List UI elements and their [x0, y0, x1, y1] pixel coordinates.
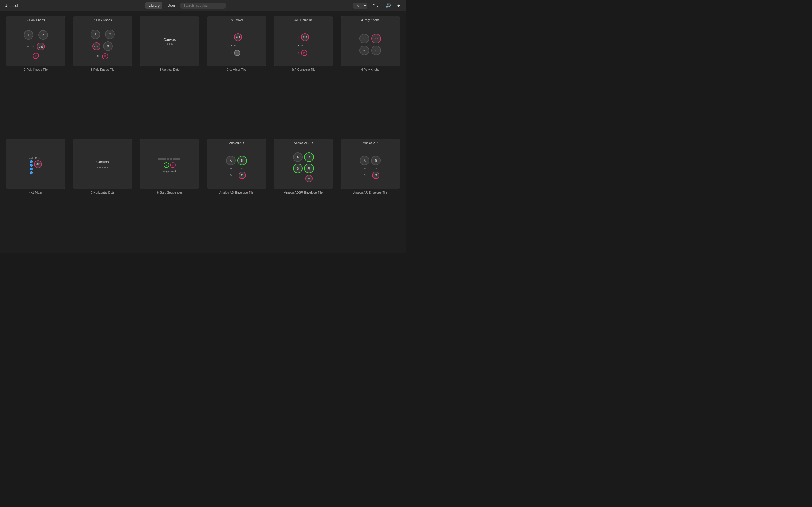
module-cell-3x1-mixer[interactable]: 3x1 Mixer › out › M › › 3x1	[203, 13, 270, 136]
module-label-adsr: Analog ADSR Envelope Tile	[284, 191, 322, 194]
titlebar: Untitled Library User All ⌃⌄ 🔊 +	[0, 0, 406, 11]
4x1-content: 4x1 Mixed Out	[29, 157, 42, 174]
4pk-grid: ⊙ out ⊙ ⊙	[359, 34, 381, 55]
module-tile-3-poly-knobs: 3 Poly Knobs 1 2 out 3 M P	[73, 16, 132, 66]
dot-1	[167, 43, 168, 45]
module-tile-3xp-combine: 3xP Combine › out › M › P	[274, 16, 333, 66]
adsr-s: S	[293, 164, 303, 173]
module-tile-analog-adsr: Analog ADSR A D S R G M	[274, 138, 333, 189]
mixer-rows-3x1: › out › M › ›	[231, 33, 242, 57]
m-label: M	[27, 45, 29, 48]
module-label-4x1: 4x1 Mixer	[29, 191, 43, 194]
module-tile-4-poly-knobs: 4 Poly Knobs ⊙ out ⊙ ⊙	[341, 16, 400, 66]
ad-d-knob: D	[238, 156, 247, 165]
tile-title-ad: Analog AD	[207, 141, 266, 145]
titlebar-right: All ⌃⌄ 🔊 +	[353, 2, 402, 9]
dot-3	[171, 43, 172, 45]
adsr-r: R	[304, 164, 314, 173]
module-label-8step: 8-Step Sequencer	[157, 191, 182, 194]
ad-grid: A D M M G M	[226, 156, 247, 179]
search-input[interactable]	[181, 3, 225, 9]
poly-p-row: P	[33, 53, 39, 59]
canvas-dots	[167, 43, 172, 45]
module-tile-3-vert-dots: Canvas	[140, 16, 199, 66]
module-cell-analog-ar[interactable]: Analog AR A R M M G M Analog AR Envelope…	[337, 136, 404, 253]
out-knob-3pk: out	[93, 42, 100, 50]
mixer-out-4x1: Out	[34, 160, 42, 168]
tile-title-4pk: 4 Poly Knobs	[341, 18, 400, 22]
chevron-icon[interactable]: ⌃⌄	[370, 2, 381, 9]
tab-library[interactable]: Library	[146, 2, 162, 9]
module-cell-4x1-mixer[interactable]: 4x1 Mixed Out 4x1 Mixer	[2, 136, 69, 253]
combine-rows: › out › M › P	[298, 33, 309, 57]
k4p-out: out	[371, 34, 381, 43]
module-label-4pk: 4 Poly Knobs	[361, 68, 379, 71]
knob-3pk-3: 3	[103, 41, 113, 51]
module-cell-5-horiz-dots[interactable]: Canvas 5 Horizontal Dots	[69, 136, 136, 253]
module-label-ar: Analog AR Envelope Tile	[353, 191, 388, 194]
module-tile-3x1-mixer: 3x1 Mixer › out › M › ›	[207, 16, 266, 66]
k4p-1: ⊙	[359, 34, 369, 43]
out-knob: out	[37, 43, 45, 50]
ad-a-knob: A	[226, 156, 236, 165]
module-label-3pk: 3 Poly Knobs Tile	[91, 68, 114, 71]
adsr-m: M	[305, 175, 313, 182]
filter-select[interactable]: All	[353, 3, 367, 9]
canvas-text: Canvas	[163, 38, 175, 42]
tile-title-3x1: 3x1 Mixer	[207, 18, 266, 22]
tile-title-2pk: 2 Poly Knobs	[6, 18, 65, 22]
module-tile-2-poly-knobs: 2 Poly Knobs 1 2 M ··· out P	[6, 16, 65, 66]
tile-title-3pk: 3 Poly Knobs	[73, 18, 132, 22]
tab-user[interactable]: User	[165, 2, 178, 9]
module-cell-3-poly-knobs[interactable]: 3 Poly Knobs 1 2 out 3 M P 3 Poly Knobs …	[69, 13, 136, 136]
knob-3pk-1: 1	[91, 30, 100, 39]
dot-2	[169, 43, 170, 45]
ar-r: R	[371, 156, 380, 165]
module-label-ad: Analog AD Envelope Tile	[219, 191, 253, 194]
module-cell-8-step-seq[interactable]: ≈ ○ Begin End 8-Step Sequencer	[136, 136, 203, 253]
ad-m-knob: M	[239, 172, 246, 179]
k4p-2: ⊙	[359, 46, 369, 55]
canvas-text-5hd: Canvas	[96, 160, 109, 164]
knob-3pk-2: 2	[105, 30, 115, 39]
module-tile-analog-ad: Analog AD A D M M G M	[207, 138, 266, 189]
module-cell-3xp-combine[interactable]: 3xP Combine › out › M › P 3x	[270, 13, 337, 136]
module-tile-analog-ar: Analog AR A R M M G M	[341, 138, 400, 189]
poly-p-3xp: P	[301, 50, 307, 56]
out-knob-3x1: out	[234, 33, 242, 41]
knob-2: 2	[38, 30, 48, 40]
module-tile-4x1-mixer: 4x1 Mixed Out	[6, 138, 65, 189]
ar-grid: A R M M G M	[360, 156, 380, 179]
k4p-3: ⊙	[371, 46, 381, 55]
5hd-dots	[97, 167, 108, 168]
io-row-3pk: out 3	[93, 41, 113, 51]
adsr-grid: A D S R G M	[293, 152, 314, 182]
module-cell-analog-ad[interactable]: Analog AD A D M M G M Analog AD Envelope…	[203, 136, 270, 253]
titlebar-center: Library User	[146, 2, 225, 9]
module-cell-4-poly-knobs[interactable]: 4 Poly Knobs ⊙ out ⊙ ⊙ 4 Poly Knobs	[337, 13, 404, 136]
io-row2-3pk: M P	[97, 53, 108, 59]
ar-a: A	[360, 156, 369, 165]
module-cell-3-vert-dots[interactable]: Canvas 3 Vertical Dots	[136, 13, 203, 136]
module-label-3x1: 3x1 Mixer Tile	[227, 68, 246, 71]
module-tile-8-step-seq: ≈ ○ Begin End	[140, 138, 199, 189]
module-label-3xp: 3xP Combine Tile	[291, 68, 315, 71]
io-row-2pk: M ··· out	[27, 43, 45, 50]
out-knob-3xp: out	[301, 33, 309, 41]
tile-title-adsr: Analog ADSR	[274, 141, 333, 145]
module-label-2pk: 2 Poly Knobs Tile	[24, 68, 48, 71]
port-dot-3x1: ›	[234, 50, 240, 56]
ar-m: M	[372, 172, 379, 179]
poly-p-3pk: P	[102, 53, 108, 59]
knobs-row-2pk: 1 2	[24, 30, 48, 40]
module-label-5hd: 5 Horizontal Dots	[91, 191, 114, 194]
speaker-icon[interactable]: 🔊	[384, 2, 393, 9]
module-cell-2-poly-knobs[interactable]: 2 Poly Knobs 1 2 M ··· out P 2 Poly Knob…	[2, 13, 69, 136]
knob-1: 1	[24, 30, 33, 40]
adsr-d: D	[304, 152, 314, 162]
add-icon[interactable]: +	[396, 3, 402, 9]
titlebar-left: Untitled	[4, 3, 18, 8]
module-cell-analog-adsr[interactable]: Analog ADSR A D S R G M Analog ADSR Enve…	[270, 136, 337, 253]
tile-title-3xp: 3xP Combine	[274, 18, 333, 22]
adsr-a: A	[293, 152, 303, 162]
